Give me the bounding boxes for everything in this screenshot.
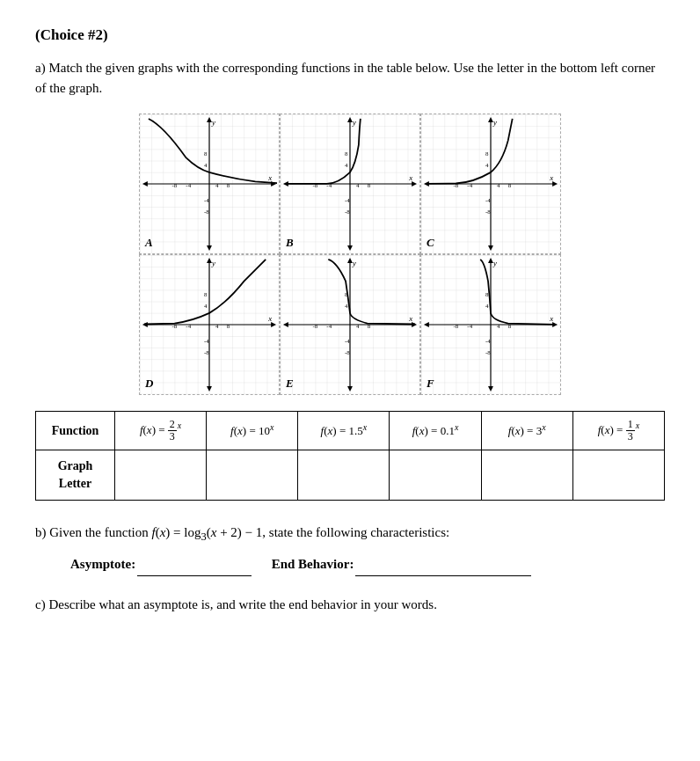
svg-text:-4: -4 — [485, 338, 491, 344]
function-cell-5: f(x) = 3x — [481, 412, 572, 450]
part-a-question: a) Match the given graphs with the corre… — [35, 58, 665, 98]
function-row-header: Function — [36, 412, 115, 450]
graph-letter-cell-2[interactable] — [207, 450, 298, 500]
svg-text:y: y — [492, 259, 497, 267]
graph-B-svg: y x 8 4 -4 -8 4 8 -4 -8 — [281, 114, 419, 253]
svg-text:x: x — [267, 314, 272, 323]
svg-text:-4: -4 — [467, 182, 472, 188]
graph-C: y x 8 4 -4 -8 4 8 -4 -8 C — [420, 113, 561, 254]
graph-A-svg: y x 8 4 -4 -8 4 8 -4 -8 — [140, 114, 279, 253]
svg-text:-8: -8 — [172, 182, 178, 188]
svg-text:8: 8 — [227, 182, 230, 188]
svg-text:-4: -4 — [204, 338, 209, 344]
svg-text:4: 4 — [356, 182, 360, 188]
asymptote-line: Asymptote: End Behavior: — [70, 553, 665, 577]
svg-text:8: 8 — [485, 150, 489, 157]
graph-letter-cell-1[interactable] — [115, 450, 207, 500]
svg-text:4: 4 — [345, 162, 348, 168]
svg-text:-8: -8 — [485, 349, 491, 355]
function-cell-6: f(x) = 1 3 x — [572, 412, 664, 450]
svg-text:-4: -4 — [485, 197, 491, 203]
svg-text:-4: -4 — [204, 197, 209, 203]
svg-text:4: 4 — [485, 303, 489, 309]
svg-text:y: y — [211, 118, 215, 127]
svg-text:4: 4 — [215, 323, 219, 329]
graph-letter-cell-6[interactable] — [572, 450, 664, 500]
asymptote-blank[interactable] — [137, 553, 252, 577]
graph-label-F: F — [427, 377, 434, 391]
svg-text:y: y — [352, 259, 356, 267]
part-b-section: b) Given the function f(x) = log3(x + 2)… — [35, 522, 665, 577]
part-c-label: c) — [35, 597, 46, 611]
svg-text:4: 4 — [356, 323, 360, 329]
graph-B: y x 8 4 -4 -8 4 8 -4 -8 B — [280, 113, 420, 254]
func-expr-3: f(x) = 1.5x — [321, 424, 368, 437]
asymptote-label: Asymptote: — [70, 557, 135, 571]
function-cell-3: f(x) = 1.5x — [298, 412, 390, 450]
svg-text:4: 4 — [485, 162, 489, 168]
svg-text:y: y — [211, 259, 215, 267]
match-table: Function f(x) = 2 3 x f(x) = 10x f(x) = … — [35, 411, 665, 501]
function-cell-2: f(x) = 10x — [207, 412, 298, 450]
part-b-label: b) — [35, 525, 47, 539]
end-behavior-blank[interactable] — [355, 553, 531, 577]
svg-text:-8: -8 — [345, 349, 350, 355]
part-c-text: Describe what an asymptote is, and write… — [48, 597, 437, 611]
graph-label-C: C — [427, 236, 434, 250]
graph-label-D: D — [145, 377, 153, 391]
graph-D: y x 8 4 -4 -8 4 8 -4 -8 D — [139, 254, 280, 395]
graph-C-svg: y x 8 4 -4 -8 4 8 -4 -8 — [421, 114, 560, 253]
svg-text:-4: -4 — [467, 323, 472, 329]
func-expr-6: f(x) = 1 3 x — [598, 423, 639, 436]
svg-text:8: 8 — [508, 182, 512, 188]
func-expr-2: f(x) = 10x — [230, 424, 273, 437]
svg-text:y: y — [492, 118, 497, 127]
svg-text:4: 4 — [497, 182, 500, 188]
svg-text:-4: -4 — [345, 338, 350, 344]
graph-D-svg: y x 8 4 -4 -8 4 8 -4 -8 — [140, 255, 279, 394]
page-title: (Choice #2) — [35, 26, 665, 44]
func-expr-5: f(x) = 3x — [508, 424, 546, 437]
graph-E: y x 8 4 -4 -8 4 8 -4 -8 E — [280, 254, 420, 395]
svg-text:x: x — [408, 314, 412, 323]
graph-label-B: B — [286, 236, 294, 250]
svg-text:x: x — [408, 173, 412, 182]
svg-text:8: 8 — [227, 323, 230, 329]
graph-letter-cell-4[interactable] — [390, 450, 481, 500]
func-expr-4: f(x) = 0.1x — [412, 424, 459, 437]
part-c-section: c) Describe what an asymptote is, and wr… — [35, 594, 665, 615]
part-a-text: Match the given graphs with the correspo… — [35, 61, 655, 95]
graphs-container: y x 8 4 -4 -8 4 8 -4 -8 — [35, 113, 665, 395]
graph-F-svg: y x 8 4 -4 -8 4 8 -4 -8 — [421, 255, 560, 394]
svg-text:-4: -4 — [186, 182, 191, 188]
function-cell-4: f(x) = 0.1x — [390, 412, 481, 450]
part-b-text: Given the function f(x) = log3(x + 2) − … — [49, 525, 449, 539]
svg-text:-8: -8 — [345, 209, 350, 215]
svg-text:8: 8 — [204, 150, 208, 157]
svg-text:4: 4 — [204, 162, 208, 168]
part-a-label: a) — [35, 61, 46, 75]
svg-text:-4: -4 — [186, 323, 191, 329]
svg-text:-4: -4 — [326, 323, 332, 329]
svg-text:8: 8 — [204, 291, 208, 297]
graph-label-E: E — [286, 377, 294, 391]
graph-letter-cell-5[interactable] — [481, 450, 572, 500]
svg-text:-8: -8 — [313, 182, 318, 188]
svg-text:4: 4 — [345, 303, 348, 309]
svg-text:-4: -4 — [345, 197, 350, 203]
graph-letter-cell-3[interactable] — [298, 450, 390, 500]
graph-letter-header: GraphLetter — [36, 450, 115, 500]
svg-text:-8: -8 — [313, 323, 318, 329]
svg-text:8: 8 — [345, 150, 348, 157]
graphs-row-1: y x 8 4 -4 -8 4 8 -4 -8 — [139, 113, 561, 254]
svg-text:4: 4 — [204, 303, 208, 309]
graphs-row-2: y x 8 4 -4 -8 4 8 -4 -8 D — [139, 254, 561, 395]
svg-text:x: x — [549, 173, 553, 182]
svg-text:-8: -8 — [204, 209, 209, 215]
func-expr-1: f(x) = 2 3 x — [140, 423, 181, 436]
svg-text:-8: -8 — [454, 323, 459, 329]
svg-text:4: 4 — [215, 182, 219, 188]
graph-label-A: A — [145, 236, 153, 250]
graph-F: y x 8 4 -4 -8 4 8 -4 -8 F — [420, 254, 561, 395]
svg-text:y: y — [352, 118, 356, 127]
